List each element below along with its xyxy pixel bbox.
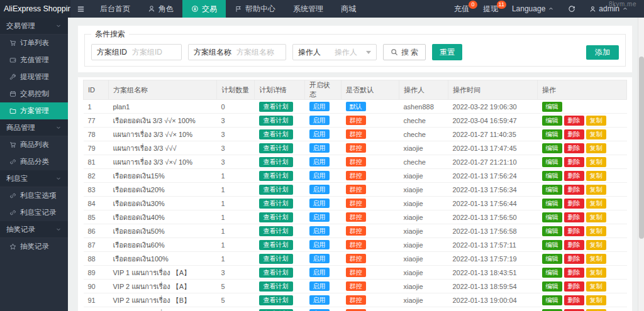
withdraw-link[interactable]: 提现 11 — [476, 0, 505, 18]
status-badge[interactable]: 启用 — [309, 143, 330, 153]
sidebar-item-2[interactable]: 充值管理 — [0, 52, 68, 68]
delete-button[interactable]: 删除 — [564, 309, 584, 311]
copy-button[interactable]: 复制 — [586, 309, 606, 311]
default-badge[interactable]: 群控 — [346, 240, 366, 249]
view-plan-button[interactable]: 查看计划 — [259, 102, 293, 112]
default-badge[interactable]: 默认 — [346, 102, 366, 111]
edit-button[interactable]: 编辑 — [542, 281, 562, 292]
sidebar-section-0[interactable]: 交易管理 — [0, 18, 68, 35]
reset-button[interactable]: 重置 — [432, 44, 462, 60]
copy-button[interactable]: 复制 — [586, 129, 606, 139]
edit-button[interactable]: 编辑 — [542, 143, 562, 153]
hamburger-icon[interactable] — [70, 0, 91, 18]
status-badge[interactable]: 启用 — [309, 295, 330, 305]
view-plan-button[interactable]: 查看计划 — [259, 226, 293, 236]
view-plan-button[interactable]: 查看计划 — [259, 143, 293, 153]
copy-button[interactable]: 复制 — [586, 212, 606, 222]
status-badge[interactable]: 启用 — [309, 102, 330, 111]
default-badge[interactable]: 群控 — [346, 212, 366, 222]
delete-button[interactable]: 删除 — [564, 226, 584, 236]
edit-button[interactable]: 编辑 — [542, 309, 562, 311]
add-button[interactable]: 添加 — [586, 45, 619, 60]
view-plan-button[interactable]: 查看计划 — [259, 254, 293, 264]
copy-button[interactable]: 复制 — [586, 157, 606, 167]
plan-group-id-input[interactable] — [132, 45, 181, 59]
status-badge[interactable]: 启用 — [309, 254, 330, 263]
nav-item-3[interactable]: 帮助中心 — [226, 0, 284, 18]
refresh-button[interactable] — [561, 5, 582, 13]
delete-button[interactable]: 删除 — [564, 295, 584, 305]
status-badge[interactable]: 启用 — [309, 199, 330, 208]
edit-button[interactable]: 编辑 — [542, 185, 562, 195]
delete-button[interactable]: 删除 — [564, 240, 584, 250]
edit-button[interactable]: 编辑 — [542, 102, 562, 112]
view-plan-button[interactable]: 查看计划 — [259, 295, 293, 305]
default-badge[interactable]: 群控 — [346, 129, 366, 139]
view-plan-button[interactable]: 查看计划 — [259, 309, 293, 311]
sidebar-section-12[interactable]: 抽奖记录 — [0, 221, 68, 238]
sidebar-item-13[interactable]: 抽奖记录 — [0, 238, 68, 255]
status-badge[interactable]: 启用 — [309, 157, 330, 166]
view-plan-button[interactable]: 查看计划 — [259, 268, 293, 278]
default-badge[interactable]: 群控 — [346, 143, 366, 153]
sidebar-item-3[interactable]: 提现管理 — [0, 68, 68, 85]
default-badge[interactable]: 群控 — [346, 268, 366, 277]
view-plan-button[interactable]: 查看计划 — [259, 157, 293, 167]
delete-button[interactable]: 删除 — [564, 129, 584, 139]
copy-button[interactable]: 复制 — [586, 295, 606, 305]
scrollbar-thumb[interactable] — [639, 57, 644, 239]
nav-item-4[interactable]: 系统管理 — [284, 0, 332, 18]
copy-button[interactable]: 复制 — [586, 185, 606, 195]
copy-button[interactable]: 复制 — [586, 116, 606, 126]
default-badge[interactable]: 群控 — [346, 157, 366, 166]
edit-button[interactable]: 编辑 — [542, 268, 562, 278]
view-plan-button[interactable]: 查看计划 — [259, 185, 293, 195]
edit-button[interactable]: 编辑 — [542, 295, 562, 305]
edit-button[interactable]: 编辑 — [542, 254, 562, 264]
copy-button[interactable]: 复制 — [586, 226, 606, 236]
status-badge[interactable]: 启用 — [309, 171, 330, 180]
operator-select[interactable]: 操作人 操作人 — [292, 44, 377, 60]
copy-button[interactable]: 复制 — [586, 254, 606, 264]
sidebar-section-9[interactable]: 利息宝 — [0, 170, 68, 187]
status-badge[interactable]: 启用 — [309, 116, 330, 125]
delete-button[interactable]: 删除 — [564, 185, 584, 195]
delete-button[interactable]: 删除 — [564, 254, 584, 264]
default-badge[interactable]: 群控 — [346, 295, 366, 305]
status-badge[interactable]: 启用 — [309, 240, 330, 249]
delete-button[interactable]: 删除 — [564, 157, 584, 167]
delete-button[interactable]: 删除 — [564, 116, 584, 126]
view-plan-button[interactable]: 查看计划 — [259, 281, 293, 292]
search-button[interactable]: 搜 索 — [383, 44, 426, 60]
sidebar-item-4[interactable]: 交易控制 — [0, 85, 68, 102]
copy-button[interactable]: 复制 — [586, 268, 606, 278]
view-plan-button[interactable]: 查看计划 — [259, 199, 293, 209]
nav-item-2[interactable]: 交易 — [182, 0, 226, 18]
delete-button[interactable]: 删除 — [564, 199, 584, 209]
view-plan-button[interactable]: 查看计划 — [259, 171, 293, 181]
nav-item-0[interactable]: 后台首页 — [91, 0, 139, 18]
default-badge[interactable]: 群控 — [346, 281, 366, 291]
edit-button[interactable]: 编辑 — [542, 157, 562, 167]
delete-button[interactable]: 删除 — [564, 268, 584, 278]
copy-button[interactable]: 复制 — [586, 281, 606, 292]
copy-button[interactable]: 复制 — [586, 199, 606, 209]
sidebar-item-1[interactable]: 订单列表 — [0, 35, 68, 52]
nav-item-5[interactable]: 商城 — [332, 0, 365, 18]
copy-button[interactable]: 复制 — [586, 171, 606, 181]
default-badge[interactable]: 群控 — [346, 171, 366, 180]
delete-button[interactable]: 删除 — [564, 143, 584, 153]
sidebar-item-7[interactable]: 商品列表 — [0, 136, 68, 153]
delete-button[interactable]: 删除 — [564, 281, 584, 292]
default-badge[interactable]: 群控 — [346, 254, 366, 263]
edit-button[interactable]: 编辑 — [542, 199, 562, 209]
edit-button[interactable]: 编辑 — [542, 240, 562, 250]
view-plan-button[interactable]: 查看计划 — [259, 240, 293, 250]
vertical-scrollbar[interactable] — [638, 18, 644, 311]
sidebar-item-5[interactable]: 方案管理 — [0, 102, 68, 119]
view-plan-button[interactable]: 查看计划 — [259, 212, 293, 222]
plan-group-name-input[interactable] — [236, 45, 286, 59]
edit-button[interactable]: 编辑 — [542, 116, 562, 126]
view-plan-button[interactable]: 查看计划 — [259, 116, 293, 126]
copy-button[interactable]: 复制 — [586, 240, 606, 250]
